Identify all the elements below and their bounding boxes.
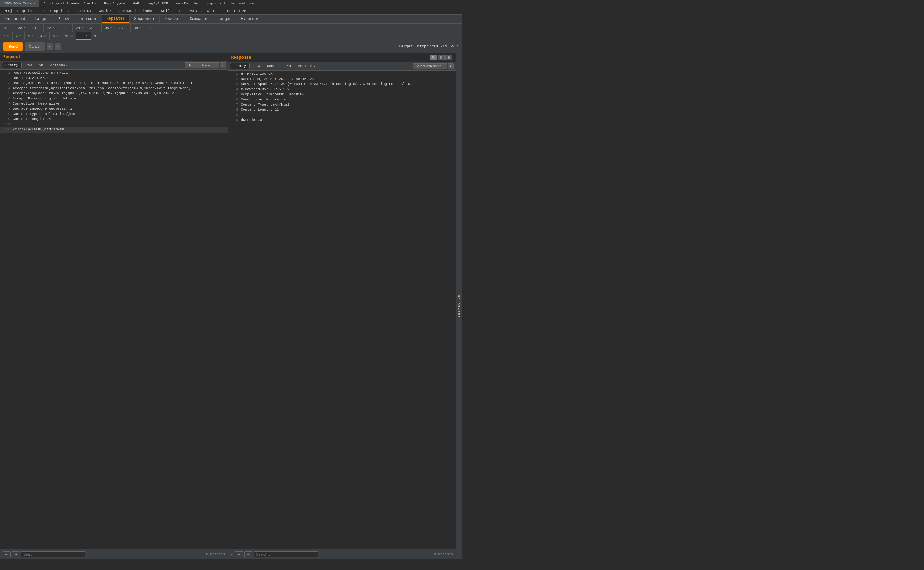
nav-tab-dashboard[interactable]: Dashboard [0, 15, 30, 23]
tab-2[interactable]: 2× [12, 32, 25, 40]
response-tabs: Pretty Raw Render \n Actions ▾ Select ex… [228, 62, 456, 70]
menu-burpjslinkfinder[interactable]: BurpJSLinkFinder [115, 8, 157, 14]
response-tab-pretty[interactable]: Pretty [230, 63, 250, 69]
line-number: 5 [229, 92, 239, 98]
tab-20-close[interactable]: × [23, 26, 25, 29]
response-tab-raw[interactable]: Raw [250, 63, 263, 69]
tab-37-close[interactable]: × [125, 26, 127, 29]
response-search-prev[interactable]: ← [235, 552, 243, 557]
menu-knife[interactable]: Knife [157, 8, 176, 14]
tab-22[interactable]: 22× [44, 24, 58, 32]
nav-tab-logger[interactable]: Logger [213, 15, 236, 23]
response-search-next[interactable]: → [245, 552, 252, 557]
response-tab-newline[interactable]: \n [284, 63, 294, 69]
request-select-ext-button[interactable]: Select extension... [185, 62, 219, 68]
request-tab-raw[interactable]: Raw [23, 62, 35, 68]
tab-18[interactable]: 18× [62, 32, 76, 40]
request-panel: Request Pretty Raw \n Actions ▾ Select e… [0, 53, 228, 559]
menu-customizer[interactable]: Customizer [223, 8, 252, 14]
layout-btn-horizontal[interactable]: ▤ [438, 55, 445, 60]
nav-tab-decoder[interactable]: Decoder [160, 15, 185, 23]
menu-code-dx[interactable]: Code Dx [72, 8, 95, 14]
request-tab-actions[interactable]: Actions ▾ [47, 62, 71, 68]
tab-38[interactable]: 38× [131, 24, 145, 32]
tab-5-close[interactable]: × [57, 34, 58, 38]
request-select-ext-arrow[interactable]: ▾ [220, 62, 226, 68]
response-tab-render[interactable]: Render [264, 63, 283, 69]
menu-user-options[interactable]: User options [40, 8, 72, 14]
menu-log4j2[interactable]: log4j2 RCE [143, 0, 172, 7]
request-tab-pretty[interactable]: Pretty [2, 62, 22, 68]
tab-34-close[interactable]: × [96, 26, 98, 29]
tab-3-close[interactable]: × [32, 34, 34, 38]
tab-3[interactable]: 3× [25, 32, 37, 40]
request-tabs: Pretty Raw \n Actions ▾ Select extension… [0, 61, 228, 70]
send-button[interactable]: Send [3, 42, 23, 51]
response-code-area[interactable]: 1HTTP/1.1 200 OK2Date: Sun, 20 Mar 2022 … [228, 70, 456, 549]
tab-1-close[interactable]: × [7, 34, 9, 38]
tab-21[interactable]: 21× [29, 24, 43, 32]
tab-19-close[interactable]: × [9, 26, 11, 29]
menu-wsdler[interactable]: Wsdler [95, 8, 115, 14]
tab-11[interactable]: 11× [76, 32, 91, 40]
nav-tab-extender[interactable]: Extender [236, 15, 264, 23]
tab-4[interactable]: 4× [37, 32, 50, 40]
request-actions-label: Actions [50, 63, 65, 67]
tab-5[interactable]: 5× [50, 32, 62, 40]
tab-38-close[interactable]: × [139, 26, 141, 29]
menu-burpcrypto[interactable]: BurpCrypto [100, 0, 129, 7]
nav-tab-proxy[interactable]: Proxy [53, 15, 74, 23]
menu-additional-scanner[interactable]: Additional Scanner Checks [40, 0, 100, 7]
cancel-button[interactable]: Cancel [25, 42, 44, 51]
nav-tab-target[interactable]: Target [30, 15, 53, 23]
tab-34[interactable]: 34× [87, 24, 101, 32]
line-number: 12 [1, 127, 10, 133]
tab-more[interactable]: ... [145, 25, 156, 31]
tab-19[interactable]: 19× [0, 24, 14, 32]
menu-passive-scan-client[interactable]: Passive Scan Client [176, 8, 223, 14]
tab-16[interactable]: 16 [91, 32, 102, 40]
menu-hae[interactable]: HaE [129, 0, 143, 7]
tab-22-close[interactable]: × [53, 26, 55, 29]
response-search-controls: ? ← → [231, 552, 318, 557]
response-select-ext-button[interactable]: Select extension... [413, 63, 447, 69]
request-tab-newline[interactable]: \n [36, 62, 46, 68]
tab-35-close[interactable]: × [111, 26, 113, 29]
tab-20[interactable]: 20× [14, 24, 29, 32]
request-line-9: 9Content-Type: application/json [0, 112, 228, 117]
tab-23-close[interactable]: × [67, 26, 69, 29]
response-select-ext-arrow[interactable]: ▾ [448, 63, 454, 69]
menu-json-web-tokens[interactable]: JSON Web Tokens [0, 0, 40, 7]
nav-tab-repeater[interactable]: Repeater [102, 15, 130, 23]
tab-1[interactable]: 1× [0, 32, 12, 40]
nav-tab-sequencer[interactable]: Sequencer [130, 15, 160, 23]
menu-captcha-killer[interactable]: captcha-killer-modified [203, 0, 260, 7]
request-search-next[interactable]: → [12, 552, 20, 557]
menu-project-options[interactable]: Project options [0, 8, 40, 14]
request-search-input[interactable] [21, 552, 85, 557]
tab-2-close[interactable]: × [19, 34, 21, 38]
line-content: Content-Type: application/json [13, 112, 76, 117]
layout-btn-vertical[interactable]: ▣ [445, 55, 452, 60]
response-tab-actions[interactable]: Actions ▾ [295, 63, 318, 69]
layout-btn-split[interactable]: ⊟ [430, 55, 437, 60]
nav-back-button[interactable]: ‹ [46, 43, 53, 50]
request-search-prev[interactable]: ← [3, 552, 11, 557]
tab-24[interactable]: 24× [72, 24, 87, 32]
nav-tab-comparer[interactable]: Comparer [185, 15, 213, 23]
menu-autodecoder[interactable]: autoDecoder [172, 0, 203, 7]
tab-21-close[interactable]: × [38, 26, 40, 29]
line-content: Content-Length: 24 [13, 117, 51, 122]
tab-4-close[interactable]: × [44, 34, 46, 38]
request-code-area[interactable]: 1POST /testsql.php HTTP/1.12Host: 10.211… [0, 70, 228, 549]
response-search-input[interactable] [254, 552, 318, 557]
line-number: 3 [229, 82, 239, 87]
tab-37[interactable]: 37× [116, 24, 131, 32]
nav-fwd-button[interactable]: › [55, 43, 61, 50]
tab-11-close[interactable]: × [86, 34, 87, 38]
tab-35[interactable]: 35× [102, 24, 116, 32]
tab-24-close[interactable]: × [81, 26, 83, 29]
nav-tab-intruder[interactable]: Intruder [74, 15, 102, 23]
tab-23[interactable]: 23× [58, 24, 72, 32]
tab-18-close[interactable]: × [71, 34, 73, 38]
